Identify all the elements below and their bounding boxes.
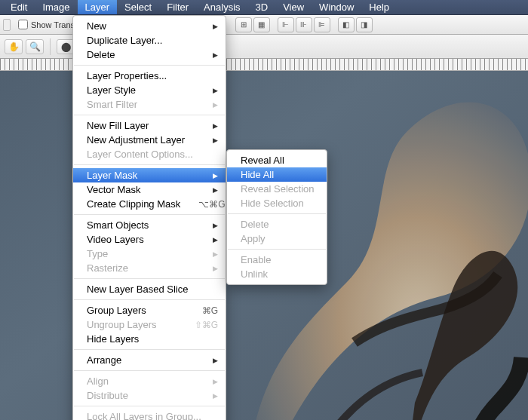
- align-btn-2[interactable]: ⊪: [296, 17, 312, 32]
- layer-menu-item-group-layers[interactable]: Group Layers⌘G: [73, 303, 226, 317]
- layer-menu: New▶Duplicate Layer...Delete▶Layer Prope…: [72, 15, 226, 420]
- submenu-arrow-icon: ▶: [207, 87, 218, 94]
- menu-item-label: Type: [87, 248, 207, 259]
- menu-item-label: Arrange: [87, 354, 207, 366]
- menu-item-label: Ungroup Layers: [87, 319, 177, 330]
- layer-menu-item-hide-layers[interactable]: Hide Layers: [73, 332, 226, 346]
- menu-item-label: Create Clipping Mask: [87, 198, 180, 210]
- layer-menu-item-smart-filter: Smart Filter▶: [73, 97, 226, 112]
- layer-menu-item-smart-objects[interactable]: Smart Objects▶: [73, 218, 226, 232]
- layer-menu-item-new-adjustment-layer[interactable]: New Adjustment Layer▶: [73, 133, 226, 147]
- warp-btn-2[interactable]: ▦: [253, 17, 270, 32]
- layer-menu-item-new-fill-layer[interactable]: New Fill Layer▶: [73, 118, 226, 133]
- menu-item-label: Reveal Selection: [241, 183, 319, 195]
- menu-3d[interactable]: 3D: [248, 0, 276, 14]
- layer-menu-item-new[interactable]: New▶: [73, 19, 226, 33]
- misc-btn-2[interactable]: ◨: [356, 17, 373, 32]
- menu-item-label: New Adjustment Layer: [87, 134, 207, 146]
- layer-mask-submenu-item-enable: Enable: [227, 253, 327, 267]
- layer-menu-item-video-layers[interactable]: Video Layers▶: [73, 232, 226, 247]
- zoom-tool-icon[interactable]: 🔍: [26, 39, 44, 54]
- menu-item-label: Layer Style: [87, 84, 207, 96]
- layer-menu-item-delete[interactable]: Delete▶: [73, 48, 226, 62]
- menu-analysis[interactable]: Analysis: [196, 0, 247, 14]
- misc-btn-1[interactable]: ◧: [338, 17, 355, 32]
- menu-item-label: Enable: [241, 254, 319, 265]
- menu-item-label: Layer Mask: [87, 170, 207, 181]
- layer-mask-submenu-item-reveal-selection: Reveal Selection: [227, 182, 327, 196]
- menu-item-label: Duplicate Layer...: [87, 35, 218, 46]
- menu-item-label: Unlink: [241, 268, 319, 280]
- menu-item-label: Rasterize: [87, 262, 207, 274]
- submenu-arrow-icon: ▶: [207, 250, 218, 258]
- menu-item-label: Distribute: [87, 390, 207, 401]
- menu-edit[interactable]: Edit: [3, 0, 35, 14]
- menu-view[interactable]: View: [275, 0, 312, 14]
- layer-menu-item-layer-content-options: Layer Content Options...: [73, 147, 226, 161]
- submenu-arrow-icon: ▶: [207, 222, 218, 229]
- show-transform-checkbox[interactable]: [18, 20, 28, 29]
- layer-menu-item-align: Align▶: [73, 374, 226, 388]
- layer-menu-item-ungroup-layers: Ungroup Layers⇧⌘G: [73, 317, 226, 332]
- layer-mask-submenu-item-delete: Delete: [227, 217, 327, 231]
- menu-item-label: Hide Layers: [87, 333, 218, 345]
- menu-layer[interactable]: Layer: [78, 0, 118, 14]
- menu-item-label: Smart Objects: [87, 219, 207, 231]
- layer-menu-separator: [74, 164, 225, 165]
- layer-menu-item-layer-mask[interactable]: Layer Mask▶: [73, 168, 226, 182]
- layer-menu-separator: [74, 214, 225, 215]
- submenu-arrow-icon: ▶: [207, 236, 218, 244]
- layer-menu-separator: [74, 349, 225, 350]
- layer-menu-item-layer-style[interactable]: Layer Style▶: [73, 83, 226, 97]
- menu-item-shortcut: ⌘G: [184, 305, 218, 316]
- layer-menu-item-create-clipping-mask[interactable]: Create Clipping Mask⌥⌘G: [73, 197, 226, 211]
- submenu-arrow-icon: ▶: [207, 122, 218, 130]
- layer-menu-item-new-layer-based-slice[interactable]: New Layer Based Slice: [73, 282, 226, 296]
- layer-menu-item-arrange[interactable]: Arrange▶: [73, 353, 226, 367]
- menu-item-label: Group Layers: [87, 305, 184, 316]
- menu-image[interactable]: Image: [35, 0, 77, 14]
- layer-mask-submenu-separator: [228, 249, 326, 250]
- layer-menu-item-lock-all-layers-in-group: Lock All Layers in Group...: [73, 409, 226, 420]
- layer-mask-submenu-item-reveal-all[interactable]: Reveal All: [227, 153, 327, 167]
- submenu-arrow-icon: ▶: [207, 51, 218, 59]
- layer-mask-submenu-item-apply: Apply: [227, 231, 327, 246]
- menu-item-label: Vector Mask: [87, 184, 207, 195]
- layer-menu-separator: [74, 406, 225, 406]
- menu-item-label: Hide Selection: [241, 198, 319, 209]
- tool-preset-picker[interactable]: [3, 19, 11, 31]
- warp-btn-1[interactable]: ⊞: [235, 17, 252, 32]
- layer-menu-separator: [74, 115, 225, 115]
- menu-help[interactable]: Help: [361, 0, 397, 14]
- submenu-arrow-icon: ▶: [207, 357, 218, 364]
- layer-menu-separator: [74, 65, 225, 66]
- submenu-arrow-icon: ▶: [207, 172, 218, 179]
- layer-mask-submenu-item-hide-all[interactable]: Hide All: [227, 167, 327, 182]
- layer-menu-item-duplicate-layer[interactable]: Duplicate Layer...: [73, 33, 226, 48]
- align-btn-1[interactable]: ⊩: [278, 17, 294, 32]
- layer-menu-item-type: Type▶: [73, 247, 226, 261]
- menubar: Edit Image Layer Select Filter Analysis …: [0, 0, 528, 15]
- menu-window[interactable]: Window: [312, 0, 361, 14]
- submenu-arrow-icon: ▶: [207, 186, 218, 194]
- menu-item-label: Hide All: [241, 169, 319, 180]
- layer-menu-separator: [74, 299, 225, 300]
- palette-sep: [50, 38, 51, 55]
- layer-menu-item-vector-mask[interactable]: Vector Mask▶: [73, 182, 226, 197]
- menu-item-shortcut: ⇧⌘G: [177, 320, 218, 330]
- menu-item-label: Reveal All: [241, 155, 319, 166]
- submenu-arrow-icon: ▶: [207, 136, 218, 144]
- menu-item-label: Delete: [241, 219, 319, 230]
- menu-filter[interactable]: Filter: [159, 0, 196, 14]
- hand-tool-icon[interactable]: ✋: [5, 39, 23, 54]
- submenu-arrow-icon: ▶: [207, 392, 218, 400]
- menu-item-label: Lock All Layers in Group...: [87, 411, 218, 420]
- layer-mask-submenu-item-unlink: Unlink: [227, 267, 327, 281]
- align-btn-3[interactable]: ⊫: [314, 17, 330, 32]
- menu-item-label: Layer Content Options...: [87, 149, 218, 160]
- layer-menu-item-distribute: Distribute▶: [73, 388, 226, 403]
- layer-menu-item-layer-properties[interactable]: Layer Properties...: [73, 69, 226, 83]
- layer-mask-submenu-item-hide-selection: Hide Selection: [227, 196, 327, 210]
- menu-select[interactable]: Select: [117, 0, 159, 14]
- menu-item-label: Layer Properties...: [87, 70, 218, 81]
